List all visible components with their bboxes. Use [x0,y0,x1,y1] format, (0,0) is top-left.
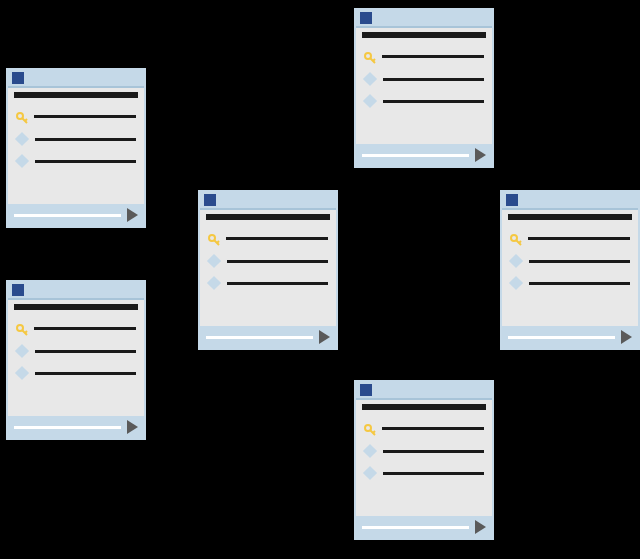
db-table-window [6,280,146,440]
titlebar [502,192,638,210]
app-icon [360,384,372,396]
key-icon [364,50,376,62]
field-row [208,232,328,244]
svg-line-17 [519,241,521,243]
diamond-icon [363,72,377,86]
progress-track [362,154,469,157]
play-icon [475,520,486,534]
titlebar [8,70,144,88]
bottombar [502,326,638,348]
field-row [510,256,630,266]
field-line [35,160,136,163]
progress-track [14,214,121,217]
db-table-window [500,190,640,350]
db-table-window [354,8,494,168]
field-line [382,55,484,58]
field-row [16,346,136,356]
play-icon [319,330,330,344]
db-table-window [198,190,338,350]
field-row [16,368,136,378]
diamond-icon [15,154,29,168]
field-line [529,260,630,263]
field-line [35,372,136,375]
field-row [364,50,484,62]
key-icon [364,422,376,434]
diamond-icon [363,466,377,480]
svg-line-5 [25,331,27,333]
play-icon [127,208,138,222]
field-line [383,472,484,475]
field-line [227,282,328,285]
field-line [35,350,136,353]
field-line [528,237,630,240]
play-icon [475,148,486,162]
titlebar [200,192,336,210]
diamond-icon [15,344,29,358]
bottombar [8,204,144,226]
field-line [34,327,136,330]
table-fields [356,414,492,478]
app-icon [506,194,518,206]
field-row [364,422,484,434]
field-line [383,450,484,453]
db-table-window [354,380,494,540]
field-line [382,427,484,430]
field-line [35,138,136,141]
progress-track [206,336,313,339]
bottombar [356,516,492,538]
diamond-icon [509,254,523,268]
field-line [226,237,328,240]
play-icon [621,330,632,344]
titlebar [356,10,492,28]
menubar [206,214,330,220]
field-row [16,134,136,144]
bottombar [200,326,336,348]
field-row [364,468,484,478]
table-fields [356,42,492,106]
menubar [14,92,138,98]
menubar [508,214,632,220]
diamond-icon [15,132,29,146]
field-line [529,282,630,285]
field-row [364,96,484,106]
table-fields [502,224,638,288]
diamond-icon [207,254,221,268]
progress-track [362,526,469,529]
app-icon [12,284,24,296]
key-icon [208,232,220,244]
field-row [16,156,136,166]
diamond-icon [363,94,377,108]
field-row [16,322,136,334]
key-icon [16,110,28,122]
svg-line-8 [217,241,219,243]
titlebar [356,382,492,400]
svg-line-2 [25,119,27,121]
progress-track [14,426,121,429]
menubar [362,404,486,410]
svg-line-14 [373,431,375,433]
titlebar [8,282,144,300]
table-fields [200,224,336,288]
menubar [14,304,138,310]
field-row [510,232,630,244]
field-line [227,260,328,263]
field-line [383,100,484,103]
diamond-icon [509,276,523,290]
svg-line-11 [373,59,375,61]
field-row [208,278,328,288]
field-line [383,78,484,81]
field-row [16,110,136,122]
field-row [208,256,328,266]
field-line [34,115,136,118]
app-icon [204,194,216,206]
key-icon [16,322,28,334]
menubar [362,32,486,38]
app-icon [360,12,372,24]
table-fields [8,314,144,378]
bottombar [356,144,492,166]
app-icon [12,72,24,84]
bottombar [8,416,144,438]
table-fields [8,102,144,166]
field-row [364,74,484,84]
key-icon [510,232,522,244]
